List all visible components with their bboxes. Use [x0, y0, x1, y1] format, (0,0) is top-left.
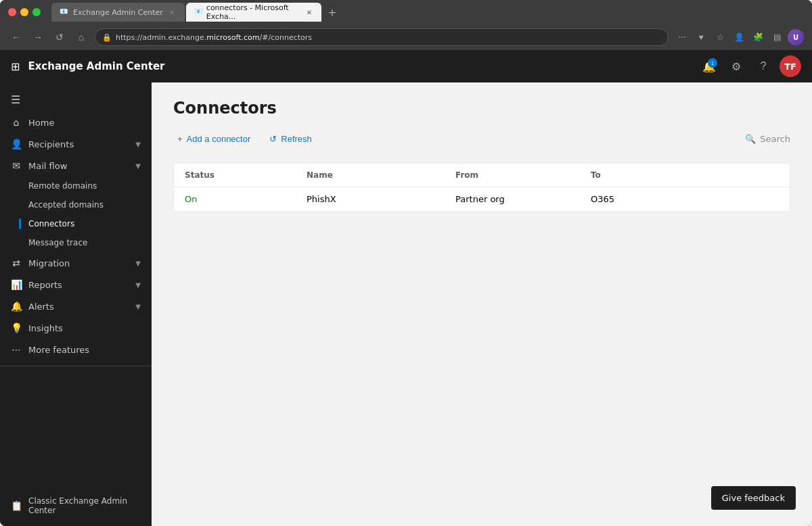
sidebar-item-recipients[interactable]: 👤 Recipients ▼ [0, 133, 152, 155]
star-button[interactable]: ☆ [712, 29, 728, 45]
table-row[interactable]: On PhishX Partner org O365 [174, 187, 790, 212]
table-header: Status Name From To [174, 164, 790, 187]
sidebar: ☰ ⌂ Home 👤 Recipients ▼ ✉ [0, 82, 152, 526]
row-status: On [185, 194, 307, 204]
sidebar-item-message-trace[interactable]: Message trace [0, 233, 152, 252]
sidebar-label-migration: Migration [28, 258, 70, 268]
mail-flow-icon: ✉ [11, 160, 22, 171]
maximize-button[interactable] [32, 8, 41, 16]
extensions-button[interactable]: ⋯ [674, 29, 690, 45]
user-avatar[interactable]: TF [780, 55, 801, 77]
sidebar-item-insights[interactable]: 💡 Insights [0, 317, 152, 339]
home-icon: ⌂ [11, 117, 22, 128]
remote-domains-label: Remote domains [28, 181, 97, 191]
refresh-icon: ↺ [269, 134, 277, 144]
migration-chevron: ▼ [135, 260, 141, 267]
address-bar[interactable]: 🔒 https://admin.exchange.microsoft.com/#… [95, 28, 669, 46]
app-grid-icon[interactable]: ⊞ [11, 60, 20, 73]
tabs-bar: 📧 Exchange Admin Center ✕ 📧 connectors -… [51, 3, 804, 22]
sidebar-item-remote-domains[interactable]: Remote domains [0, 176, 152, 195]
browser-user-avatar[interactable]: U [788, 29, 804, 45]
search-area[interactable]: 🔍 Search [745, 134, 790, 144]
sidebar-label-home: Home [28, 118, 54, 128]
tab-favicon-1: 📧 [60, 7, 69, 17]
recipients-chevron: ▼ [135, 141, 141, 148]
refresh-button-toolbar[interactable]: ↺ Refresh [265, 131, 316, 147]
search-placeholder: Search [760, 134, 790, 144]
extensions-icon[interactable]: 🧩 [750, 29, 766, 45]
mail-flow-sub-items: Remote domains Accepted domains Connecto… [0, 176, 152, 252]
nav-bar: ← → ↺ ⌂ 🔒 https://admin.exchange.microso… [0, 24, 812, 50]
sidebar-item-migration[interactable]: ⇄ Migration ▼ [0, 252, 152, 274]
add-connector-label: Add a connector [187, 134, 251, 144]
sidebar-item-alerts[interactable]: 🔔 Alerts ▼ [0, 295, 152, 317]
toolbar: + Add a connector ↺ Refresh 🔍 Search [173, 131, 790, 152]
sidebar-label-more-features: More features [28, 345, 89, 355]
favorite-button[interactable]: ♥ [693, 29, 709, 45]
sidebar-item-reports[interactable]: 📊 Reports ▼ [0, 274, 152, 295]
connectors-label: Connectors [28, 219, 74, 229]
alerts-chevron: ▼ [135, 303, 141, 310]
app-container: ⊞ Exchange Admin Center 🔔 1 ⚙ ? TF ☰ ⌂ [0, 50, 812, 526]
classic-label: Classic Exchange Admin Center [28, 496, 141, 515]
tab-close-1[interactable]: ✕ [167, 7, 177, 17]
sidebar-label-recipients: Recipients [28, 139, 74, 149]
forward-button[interactable]: → [30, 29, 46, 45]
mail-flow-chevron: ▼ [135, 162, 141, 170]
minimize-button[interactable] [20, 8, 28, 16]
row-name: PhishX [307, 194, 455, 204]
app-header: ⊞ Exchange Admin Center 🔔 1 ⚙ ? TF [0, 50, 812, 82]
sidebar-item-connectors[interactable]: Connectors [0, 214, 152, 233]
account-button[interactable]: 👤 [731, 29, 747, 45]
refresh-button[interactable]: ↺ [51, 29, 68, 45]
tab-close-2[interactable]: ✕ [305, 7, 313, 17]
sidebar-item-accepted-domains[interactable]: Accepted domains [0, 195, 152, 214]
close-button[interactable] [8, 8, 16, 16]
sidebar-label-insights: Insights [28, 323, 63, 333]
col-header-status: Status [185, 170, 307, 180]
sidebar-label-mail-flow: Mail flow [28, 161, 67, 171]
home-button[interactable]: ⌂ [73, 29, 89, 45]
col-header-name: Name [307, 170, 455, 180]
browser-tab-1[interactable]: 📧 Exchange Admin Center ✕ [51, 3, 185, 22]
sidebar-divider [0, 366, 152, 366]
settings-button[interactable]: ⚙ [725, 55, 747, 77]
reports-icon: 📊 [11, 279, 22, 290]
sidebar-label-reports: Reports [28, 280, 62, 290]
sidebar-item-mail-flow[interactable]: ✉ Mail flow ▼ [0, 155, 152, 176]
help-button[interactable]: ? [752, 55, 774, 77]
new-tab-button[interactable]: + [323, 3, 342, 22]
insights-icon: 💡 [11, 322, 22, 333]
give-feedback-button[interactable]: Give feedback [711, 486, 796, 510]
connector-table: Status Name From To On PhishX Partner or… [173, 163, 790, 212]
notification-badge: 1 [708, 58, 717, 68]
more-features-icon: ⋯ [11, 344, 22, 355]
content-area: Connectors + Add a connector ↺ Refresh 🔍… [152, 82, 812, 526]
main-area: ☰ ⌂ Home 👤 Recipients ▼ ✉ [0, 82, 812, 526]
reports-chevron: ▼ [135, 281, 141, 289]
browser-tab-2[interactable]: 📧 connectors - Microsoft Excha... ✕ [186, 3, 321, 22]
message-trace-label: Message trace [28, 238, 87, 247]
add-connector-button[interactable]: + Add a connector [173, 131, 254, 147]
header-actions: 🔔 1 ⚙ ? TF [698, 55, 801, 77]
alerts-icon: 🔔 [11, 301, 22, 312]
sidebar-item-more-features[interactable]: ⋯ More features [0, 339, 152, 360]
accepted-domains-label: Accepted domains [28, 200, 104, 210]
nav-actions: ⋯ ♥ ☆ 👤 🧩 ▤ U [674, 29, 804, 45]
tab-label-2: connectors - Microsoft Excha... [206, 3, 301, 21]
col-header-to: To [591, 170, 779, 180]
sidebar-label-alerts: Alerts [28, 302, 54, 312]
tab-label-1: Exchange Admin Center [73, 8, 163, 17]
sidebar-toggle[interactable]: ☰ [0, 88, 152, 112]
app-title: Exchange Admin Center [28, 60, 164, 72]
row-to: O365 [591, 194, 779, 204]
classic-icon: 📋 [11, 500, 22, 511]
tab-favicon-2: 📧 [194, 7, 202, 17]
classic-exchange-link[interactable]: 📋 Classic Exchange Admin Center [0, 491, 152, 521]
search-icon: 🔍 [745, 134, 756, 144]
sidebar-button[interactable]: ▤ [769, 29, 785, 45]
back-button[interactable]: ← [8, 29, 24, 45]
page-title: Connectors [173, 99, 790, 118]
sidebar-item-home[interactable]: ⌂ Home [0, 112, 152, 133]
notification-button[interactable]: 🔔 1 [698, 55, 720, 77]
